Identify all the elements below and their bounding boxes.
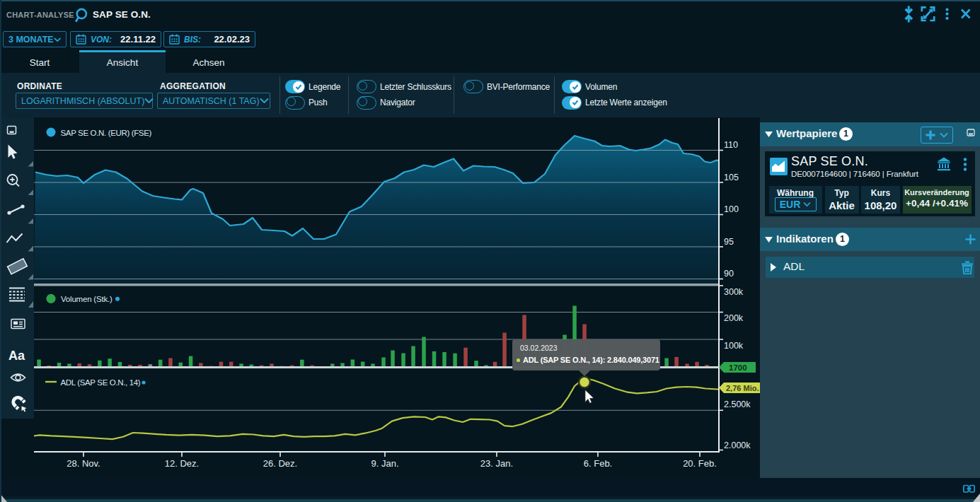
svg-text:2,76 Mio.: 2,76 Mio. <box>726 384 759 392</box>
svg-text:110: 110 <box>724 140 738 150</box>
svg-text:100: 100 <box>724 204 739 214</box>
svg-text:2.000k: 2.000k <box>724 440 751 450</box>
svg-text:6. Feb.: 6. Feb. <box>584 458 612 469</box>
svg-text:Volumen (Stk.): Volumen (Stk.) <box>61 295 113 303</box>
svg-text:105: 105 <box>724 173 739 182</box>
svg-text:12. Dez.: 12. Dez. <box>165 458 199 469</box>
svg-text:95: 95 <box>724 237 734 247</box>
svg-text:26. Dez.: 26. Dez. <box>263 458 297 469</box>
svg-text:ADL (SAP SE O.N., 14): ADL (SAP SE O.N., 14) <box>61 378 141 387</box>
svg-text:9. Jan.: 9. Jan. <box>371 458 398 469</box>
svg-text:23. Jan.: 23. Jan. <box>480 458 513 469</box>
svg-text:90: 90 <box>724 269 734 279</box>
svg-text:200k: 200k <box>724 313 744 323</box>
svg-text:28. Nov.: 28. Nov. <box>67 458 100 469</box>
svg-text:1700: 1700 <box>729 363 747 372</box>
svg-text:20. Feb.: 20. Feb. <box>683 458 717 469</box>
svg-text:SAP SE O.N. (EUR) (FSE): SAP SE O.N. (EUR) (FSE) <box>61 129 152 137</box>
svg-text:300k: 300k <box>724 287 744 297</box>
svg-text:2.500k: 2.500k <box>724 399 751 409</box>
svg-text:100k: 100k <box>724 341 744 351</box>
